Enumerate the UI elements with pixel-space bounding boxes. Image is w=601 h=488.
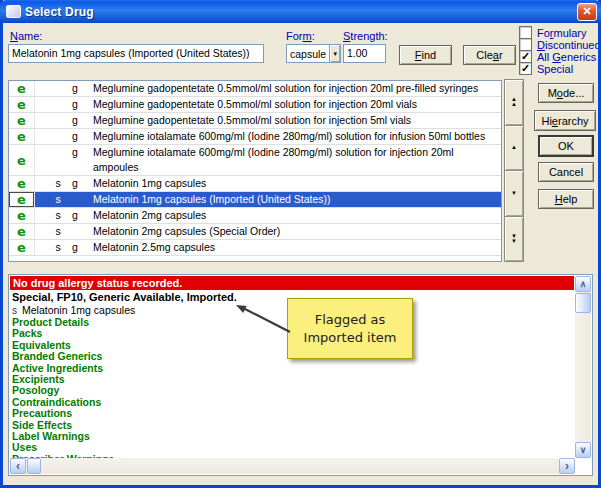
mode-button[interactable]: Mode... xyxy=(538,83,594,103)
drug-name: Melatonin 1mg capsules xyxy=(93,176,501,191)
drug-name: Melatonin 2mg capsules xyxy=(93,208,501,223)
drug-row[interactable]: e gMeglumine gadopentetate 0.5mmol/ml so… xyxy=(9,113,501,129)
section-link-contraindications[interactable]: Contraindications xyxy=(12,397,572,408)
section-link-side-effects[interactable]: Side Effects xyxy=(12,420,572,431)
drug-row[interactable]: e sgMelatonin 1mg capsules xyxy=(9,176,501,192)
list-scroll-column: ▲▲ ▲ ▼ ▼▼ xyxy=(504,80,524,262)
scroll-up-icon[interactable]: ∧ xyxy=(575,276,591,292)
ok-button[interactable]: OK xyxy=(538,135,594,157)
checkbox-special[interactable]: ✓ Special xyxy=(519,62,573,75)
drug-name: Melatonin 2mg capsules (Special Order) xyxy=(93,224,501,239)
scroll-page-down-icon[interactable]: ▼▼ xyxy=(504,216,524,263)
emis-drug-icon: e xyxy=(9,208,35,223)
vertical-scrollbar[interactable]: ∧ ∨ xyxy=(575,276,591,458)
special-flag: s xyxy=(12,305,17,316)
horizontal-scrollbar[interactable]: ‹ › xyxy=(10,458,575,474)
drug-name: Melatonin 2.5mg capsules xyxy=(93,240,501,255)
scroll-left-icon[interactable]: ‹ xyxy=(10,458,26,474)
formulary-checkbox-label: Formulary xyxy=(537,27,587,39)
generic-flag: g xyxy=(67,176,83,191)
generic-flag: g xyxy=(67,81,83,96)
drug-row[interactable]: e gMeglumine gadopentetate 0.5mmol/ml so… xyxy=(9,97,501,113)
strength-input[interactable]: 1.00 xyxy=(343,44,386,63)
hierarchy-button[interactable]: Hierarchy xyxy=(534,110,596,131)
emis-drug-icon: e xyxy=(9,113,35,128)
select-drug-dialog: Select Drug ✕ Name: Melatonin 1mg capsul… xyxy=(0,0,601,488)
special-flag: s xyxy=(49,240,67,255)
drug-name: Meglumine iotalamate 600mg/ml (Iodine 28… xyxy=(93,129,501,144)
drug-row[interactable]: e sgMelatonin 2mg capsules xyxy=(9,208,501,224)
name-label: Name: xyxy=(10,30,42,42)
form-dropdown[interactable]: capsule ▼ xyxy=(286,44,341,63)
section-link-label-warnings[interactable]: Label Warnings xyxy=(12,431,572,442)
annotation-arrow xyxy=(228,296,298,342)
generic-flag: g xyxy=(67,129,83,144)
discontinued-checkbox-label: Discontinued xyxy=(537,39,601,51)
drug-row[interactable]: e gMeglumine gadopentetate 0.5mmol/ml so… xyxy=(9,81,501,97)
emis-drug-icon: e xyxy=(9,176,35,191)
all-generics-checkbox-label: All Generics xyxy=(537,51,596,63)
form-dropdown-value: capsule xyxy=(287,46,329,62)
section-link-precautions[interactable]: Precautions xyxy=(12,408,572,419)
emis-drug-icon: e xyxy=(9,192,35,207)
form-label: Form: xyxy=(286,30,315,42)
drug-name: Meglumine gadopentetate 0.5mmol/ml solut… xyxy=(93,81,501,96)
generic-flag: g xyxy=(67,145,83,160)
drug-row-selected[interactable]: e sMelatonin 1mg capsules (Imported (Uni… xyxy=(9,192,501,208)
scroll-up-icon[interactable]: ▲ xyxy=(504,125,524,172)
emis-drug-icon: e xyxy=(9,81,35,96)
scroll-down-icon[interactable]: ▼ xyxy=(504,170,524,217)
special-flag: s xyxy=(49,176,67,191)
close-icon[interactable]: ✕ xyxy=(577,3,597,21)
title-bar: Select Drug ✕ xyxy=(0,0,601,23)
window-title: Select Drug xyxy=(25,5,577,19)
drug-row[interactable]: e gMeglumine iotalamate 600mg/ml (Iodine… xyxy=(9,129,501,145)
generic-flag: g xyxy=(67,113,83,128)
special-flag: s xyxy=(49,208,67,223)
chevron-down-icon[interactable]: ▼ xyxy=(329,45,340,62)
scroll-down-icon[interactable]: ∨ xyxy=(575,442,591,458)
section-link-active-ingredients[interactable]: Active Ingredients xyxy=(12,363,572,374)
find-button[interactable]: Find xyxy=(399,45,452,65)
drug-name: Meglumine iotalamate 600mg/ml (Iodine 28… xyxy=(93,145,501,175)
special-checkbox-box[interactable]: ✓ xyxy=(519,62,532,75)
cancel-button[interactable]: Cancel xyxy=(538,162,594,182)
annotation-callout: Flagged as Imported item xyxy=(287,298,413,359)
scrollbar-thumb[interactable] xyxy=(575,293,591,313)
scrollbar-thumb[interactable] xyxy=(27,458,41,474)
section-link-excipients[interactable]: Excipients xyxy=(12,374,572,385)
generic-flag: g xyxy=(67,208,83,223)
clear-button[interactable]: Clear xyxy=(463,45,516,65)
generic-flag: g xyxy=(67,97,83,112)
drug-row[interactable]: e sMelatonin 2mg capsules (Special Order… xyxy=(9,224,501,240)
drug-row[interactable]: e sgMelatonin 2.5mg capsules xyxy=(9,240,501,256)
drug-row[interactable]: e gMeglumine iotalamate 600mg/ml (Iodine… xyxy=(9,145,501,176)
strength-label: Strength: xyxy=(343,30,388,42)
name-input[interactable]: Melatonin 1mg capsules (Imported (United… xyxy=(8,44,264,63)
emis-drug-icon: e xyxy=(9,145,35,175)
emis-drug-icon: e xyxy=(9,129,35,144)
emis-drug-icon: e xyxy=(9,97,35,112)
emis-drug-icon: e xyxy=(9,224,35,239)
drug-name: Meglumine gadopentetate 0.5mmol/ml solut… xyxy=(93,97,501,112)
special-flag: s xyxy=(49,224,67,239)
scroll-right-icon[interactable]: › xyxy=(559,458,575,474)
help-button[interactable]: Help xyxy=(538,189,594,209)
drug-name: Melatonin 1mg capsules (Imported (United… xyxy=(93,192,501,207)
generic-flag: g xyxy=(67,240,83,255)
drug-name: Meglumine gadopentetate 0.5mmol/ml solut… xyxy=(93,113,501,128)
window-icon xyxy=(6,5,21,18)
drug-list: e gMeglumine gadopentetate 0.5mmol/ml so… xyxy=(8,80,502,262)
scroll-page-up-icon[interactable]: ▲▲ xyxy=(504,79,524,126)
special-checkbox-label: Special xyxy=(537,63,573,75)
emis-drug-icon: e xyxy=(9,240,35,255)
allergy-status-banner: No drug allergy status recorded. xyxy=(10,276,574,290)
special-flag: s xyxy=(49,192,67,207)
